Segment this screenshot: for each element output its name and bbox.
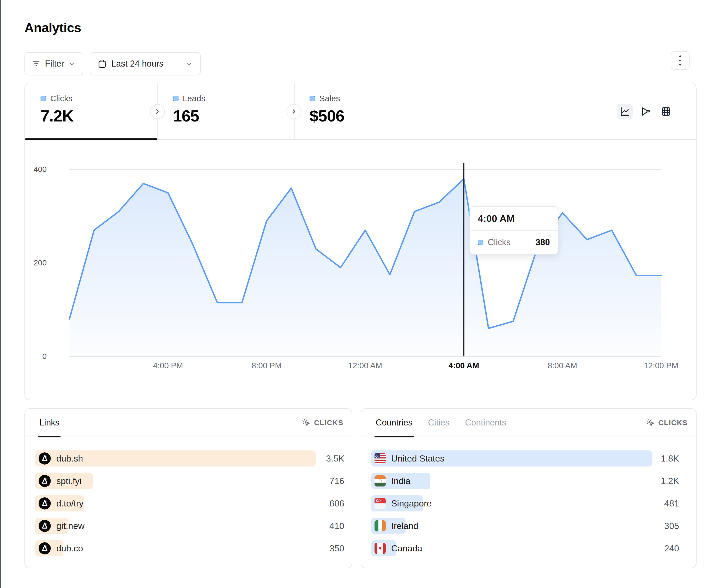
tab-cities[interactable]: Cities [428, 409, 450, 436]
row-value: 305 [664, 518, 679, 534]
filter-icon [31, 59, 41, 68]
x-axis-label: 4:00 AM [449, 361, 479, 370]
tab-continents[interactable]: Continents [465, 409, 506, 436]
row-label: Ireland [391, 521, 418, 531]
flag-ca-icon [374, 543, 386, 554]
cursor-click-icon [646, 418, 655, 427]
countries-panel: CountriesCitiesContinents CLICKS United … [361, 408, 696, 568]
links-panel-header: Links CLICKS [25, 409, 352, 437]
x-axis-label: 4:00 PM [153, 361, 183, 370]
list-row-singapore[interactable]: Singapore 481 [371, 495, 679, 512]
x-axis-label: 8:00 AM [548, 361, 577, 370]
flag-in-icon [374, 475, 386, 487]
filter-button[interactable]: Filter [24, 52, 83, 75]
list-row-spti-fyi[interactable]: spti.fyi 716 [35, 473, 344, 489]
dub-logo-icon [39, 542, 51, 555]
date-range-button[interactable]: Last 24 hours [90, 52, 201, 75]
links-panel: Links CLICKS dub.sh 3.5K spti.fyi 716 d.… [24, 408, 352, 568]
row-label: dub.sh [56, 453, 83, 464]
list-row-canada[interactable]: Canada 240 [371, 540, 679, 557]
row-value: 1.2K [661, 473, 679, 489]
list-row-india[interactable]: India 1.2K [371, 473, 679, 489]
countries-metric[interactable]: CLICKS [646, 418, 688, 427]
tooltip-series-label: Clicks [488, 238, 511, 247]
row-value: 3.5K [326, 450, 344, 467]
row-label: India [391, 476, 410, 486]
flag-ie-icon [374, 520, 386, 532]
x-axis-label: 8:00 PM [252, 361, 281, 370]
dub-logo-icon [39, 497, 51, 510]
y-axis-label: 200 [25, 258, 47, 267]
flag-sg-icon [374, 498, 386, 509]
links-metric[interactable]: CLICKS [302, 418, 343, 427]
x-axis-label: 12:00 PM [644, 361, 678, 370]
tooltip-value: 380 [536, 238, 550, 247]
dub-logo-icon [39, 452, 51, 465]
list-row-git-new[interactable]: git.new 410 [35, 518, 344, 534]
row-value: 350 [329, 540, 344, 557]
y-axis-label: 400 [25, 165, 47, 174]
date-range-label: Last 24 hours [111, 59, 164, 69]
chart-tooltip: 4:00 AM Clicks 380 [470, 206, 558, 255]
tab-countries[interactable]: Countries [375, 409, 413, 436]
row-label: d.to/try [56, 498, 84, 509]
y-axis-label: 0 [25, 352, 47, 361]
flag-us-icon [374, 453, 386, 464]
kebab-icon [680, 55, 681, 65]
row-value: 606 [329, 495, 344, 512]
row-value: 240 [664, 540, 679, 557]
list-row-d-to-try[interactable]: d.to/try 606 [35, 495, 344, 512]
countries-metric-label: CLICKS [658, 419, 688, 427]
row-value: 1.8K [661, 450, 679, 467]
dub-logo-icon [39, 520, 51, 532]
row-value: 481 [664, 495, 679, 512]
tooltip-time: 4:00 AM [470, 207, 558, 231]
row-value: 716 [329, 473, 344, 489]
row-label: United States [391, 453, 445, 464]
list-row-dub-sh[interactable]: dub.sh 3.5K [35, 450, 344, 467]
chevron-down-icon [185, 60, 193, 68]
row-label: spti.fyi [56, 476, 82, 486]
row-label: Singapore [391, 498, 432, 509]
filter-button-label: Filter [45, 59, 64, 69]
cursor-click-icon [302, 418, 311, 427]
list-row-united-states[interactable]: United States 1.8K [371, 450, 679, 467]
chevron-down-icon [68, 60, 76, 68]
countries-panel-header: CountriesCitiesContinents CLICKS [361, 409, 696, 437]
calendar-icon [98, 59, 107, 68]
series-color-swatch [478, 240, 483, 245]
dub-logo-icon [39, 475, 51, 487]
area-chart [25, 83, 697, 401]
row-value: 410 [329, 518, 344, 534]
row-label: git.new [56, 521, 84, 531]
list-row-dub-co[interactable]: dub.co 350 [35, 540, 344, 557]
page-title: Analytics [24, 20, 81, 35]
links-metric-label: CLICKS [314, 419, 343, 427]
x-axis-label: 12:00 AM [348, 361, 382, 370]
row-label: dub.co [56, 543, 83, 553]
row-label: Canada [391, 543, 422, 553]
tab-links[interactable]: Links [39, 409, 59, 436]
analytics-chart-card: Clicks 7.2K Leads 165 Sales $506 [24, 83, 696, 400]
clicks-time-series-chart[interactable]: 0200400 4:00 PM8:00 PM12:00 AM4:00 AM8:0… [25, 83, 696, 400]
analytics-page: Analytics Filter Last 24 hours Clicks 7.… [0, 0, 711, 588]
list-row-ireland[interactable]: Ireland 305 [371, 518, 679, 534]
more-options-button[interactable] [671, 51, 690, 70]
